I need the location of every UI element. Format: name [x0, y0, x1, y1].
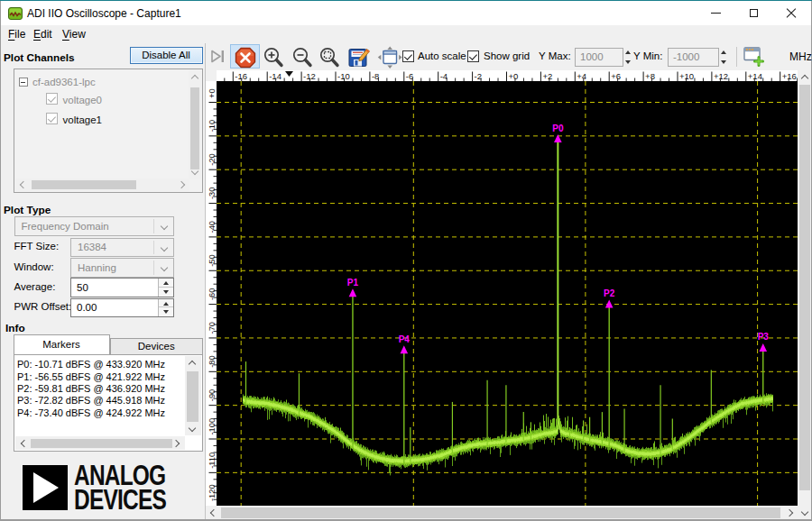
close-button[interactable] — [772, 1, 810, 25]
tree-row-voltage1[interactable]: voltage1 — [14, 112, 202, 131]
plot-type-value: Frequency Domain — [22, 221, 109, 232]
x-axis-ruler[interactable]: -16-14-12-10-8-6-4-2+0+2+4+6+8+10+12+14+… — [217, 70, 798, 81]
minimize-button[interactable] — [697, 1, 734, 25]
y-tick-label: -20 — [208, 153, 217, 165]
show-grid-label: Show grid — [484, 50, 530, 61]
pwr-offset-spinbox[interactable]: 0.00 — [70, 298, 174, 318]
chevron-down-icon — [160, 243, 167, 251]
info-horizontal-scrollbar[interactable] — [15, 436, 185, 450]
chevron-down-icon — [160, 264, 167, 271]
spin-up-icon[interactable] — [163, 281, 169, 285]
spin-down-icon[interactable] — [625, 60, 631, 64]
tree-horizontal-scrollbar[interactable] — [15, 178, 189, 191]
check-icon — [469, 51, 477, 59]
zoom-fit-button[interactable] — [318, 46, 341, 69]
scrollbar-thumb[interactable] — [190, 87, 200, 169]
tree-vertical-scrollbar[interactable] — [189, 70, 201, 179]
tree-row-voltage0[interactable]: voltage0 — [14, 92, 202, 111]
spin-down-icon[interactable] — [163, 290, 169, 294]
scroll-down-icon[interactable] — [800, 508, 807, 516]
fft-window-combo[interactable]: Hanning — [70, 258, 174, 278]
zoom-in-button[interactable] — [262, 46, 285, 69]
fft-size-combo[interactable]: 16384 — [70, 238, 174, 258]
save-button[interactable] — [348, 47, 370, 68]
spin-down-icon[interactable] — [163, 310, 169, 314]
average-spinbox[interactable]: 50 — [70, 278, 174, 297]
x-tick-label: -10 — [337, 71, 350, 81]
y-max-spinner[interactable] — [624, 48, 633, 67]
fft-size-label: FFT Size: — [14, 241, 60, 251]
scrollbar-thumb[interactable] — [31, 439, 172, 448]
y-max-field[interactable]: 1000 — [575, 48, 623, 67]
pan-move-button[interactable] — [377, 46, 402, 69]
scrollbar-thumb[interactable] — [32, 180, 136, 189]
stop-button[interactable] — [230, 44, 260, 69]
scroll-right-icon[interactable] — [177, 181, 184, 188]
voltage0-checkbox[interactable] — [46, 93, 58, 105]
marker-label-p4: P4 — [399, 334, 411, 344]
voltage1-checkbox[interactable] — [46, 113, 58, 124]
collapse-expander-icon[interactable] — [19, 78, 28, 87]
x-tick-label: +12 — [714, 71, 728, 81]
spin-down-icon[interactable] — [721, 60, 726, 64]
spin-up-icon[interactable] — [163, 302, 169, 306]
window-title: ADI IIO Oscilloscope - Capture1 — [27, 7, 181, 20]
tree-row-device[interactable]: cf-ad9361-lpc — [14, 73, 202, 92]
marker-label-p2: P2 — [604, 288, 615, 298]
disable-all-button[interactable]: Disable All — [130, 47, 203, 65]
info-vertical-scrollbar[interactable] — [185, 356, 201, 436]
y-axis-ruler[interactable]: +0-10-20-30-40-50-60-70-80-90-100-110-12… — [206, 81, 217, 506]
capture-play-button[interactable] — [210, 49, 226, 64]
scroll-right-icon[interactable] — [786, 508, 793, 516]
menu-item-edit[interactable]: Edit — [33, 28, 52, 41]
menu-item-view[interactable]: View — [62, 28, 86, 41]
scroll-up-icon[interactable] — [190, 75, 198, 82]
y-min-label: Y Min: — [633, 50, 662, 61]
y-tick-label: -80 — [208, 355, 217, 367]
titlebar: ADI IIO Oscilloscope - Capture1 — [1, 1, 811, 25]
y-tick-label: -90 — [208, 389, 217, 401]
scrollbar-thumb[interactable] — [187, 371, 198, 422]
scrollbar-thumb[interactable] — [799, 85, 810, 490]
scrollbar-thumb[interactable] — [221, 507, 780, 518]
scroll-left-icon[interactable] — [20, 439, 27, 446]
show-grid-checkbox[interactable] — [467, 50, 479, 62]
zoom-out-button[interactable] — [291, 46, 314, 69]
marker-readout-p4: P4: -73.40 dBFS @ 424.922 MHz — [17, 407, 165, 418]
maximize-button[interactable] — [734, 1, 772, 25]
toolbar: Auto scale Show grid Y Max: 1000 Y Min: … — [206, 43, 811, 70]
info-label: Info — [5, 322, 25, 334]
pwr-offset-value: 0.00 — [77, 302, 97, 313]
x-tick-label: +4 — [577, 71, 586, 81]
tab-markers[interactable]: Markers — [14, 334, 110, 354]
scroll-up-icon[interactable] — [800, 75, 807, 82]
y-min-field[interactable]: -1000 — [668, 48, 719, 67]
marker-info-panel: P0: -10.71 dBFS @ 433.920 MHz P1: -56.55… — [14, 354, 203, 452]
fft-window-value: Hanning — [78, 262, 116, 273]
plot-vertical-scrollbar[interactable] — [798, 70, 811, 519]
auto-scale-label: Auto scale — [418, 50, 466, 61]
chevron-down-icon — [160, 223, 167, 230]
auto-scale-checkbox[interactable] — [402, 50, 414, 62]
plot-channels-label: Plot Channels — [4, 51, 75, 64]
plot-type-combo[interactable]: Frequency Domain — [14, 216, 174, 236]
new-plot-button[interactable] — [743, 46, 764, 67]
plot-horizontal-scrollbar[interactable] — [206, 506, 798, 519]
scroll-left-icon[interactable] — [19, 181, 26, 188]
spin-up-icon[interactable] — [721, 50, 726, 54]
scroll-left-icon[interactable] — [210, 508, 217, 516]
scroll-down-icon[interactable] — [188, 425, 195, 432]
tab-devices[interactable]: Devices — [110, 338, 204, 354]
spectrum-plot[interactable]: P0P1P2P3P4 — [217, 81, 798, 506]
ruler-pointer-icon — [285, 71, 293, 77]
x-tick-label: +8 — [645, 71, 655, 81]
toolbar-separator — [736, 47, 737, 67]
y-min-spinner[interactable] — [720, 48, 729, 67]
x-tick-label: +14 — [748, 71, 762, 81]
menu-item-file[interactable]: File — [8, 28, 25, 41]
scroll-up-icon[interactable] — [188, 360, 195, 367]
sidebar: Plot Channels Disable All cf-ad9361-lpc … — [1, 43, 205, 519]
scroll-right-icon[interactable] — [171, 439, 179, 446]
spin-up-icon[interactable] — [625, 50, 631, 54]
y-max-label: Y Max: — [539, 50, 571, 61]
